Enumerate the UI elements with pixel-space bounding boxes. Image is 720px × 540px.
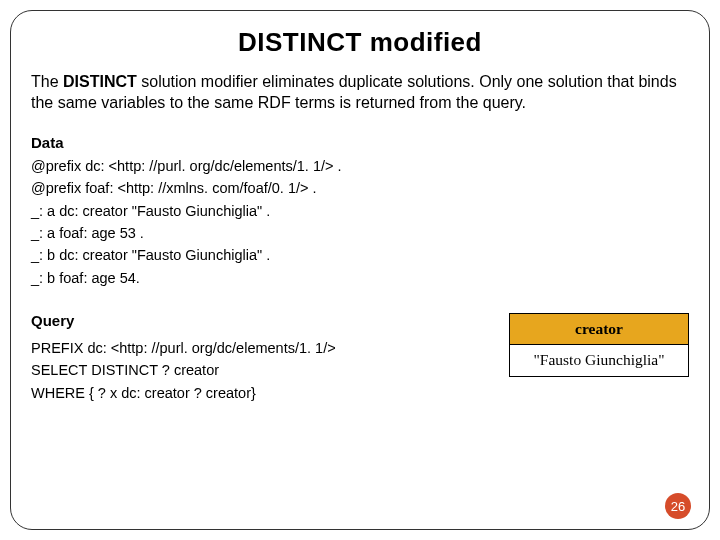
result-cell: "Fausto Giunchiglia" (510, 345, 689, 377)
query-line: WHERE { ? x dc: creator ? creator} (31, 382, 481, 404)
page-number: 26 (671, 499, 685, 514)
slide-title: DISTINCT modified (31, 27, 689, 58)
intro-keyword: DISTINCT (63, 73, 137, 90)
data-line: @prefix foaf: <http: //xmlns. com/foaf/0… (31, 177, 689, 199)
data-line: _: a dc: creator "Fausto Giunchiglia" . (31, 200, 689, 222)
intro-prefix: The (31, 73, 63, 90)
query-line: PREFIX dc: <http: //purl. org/dc/element… (31, 337, 481, 359)
data-line: @prefix dc: <http: //purl. org/dc/elemen… (31, 155, 689, 177)
data-label: Data (31, 134, 689, 151)
result-table: creator "Fausto Giunchiglia" (509, 313, 689, 377)
query-label: Query (31, 309, 481, 332)
data-line: _: b foaf: age 54. (31, 267, 689, 289)
result-header: creator (510, 314, 689, 345)
intro-paragraph: The DISTINCT solution modifier eliminate… (31, 72, 689, 114)
lower-row: Query PREFIX dc: <http: //purl. org/dc/e… (31, 309, 689, 404)
data-line: _: a foaf: age 53 . (31, 222, 689, 244)
query-line: SELECT DISTINCT ? creator (31, 359, 481, 381)
page-number-badge: 26 (665, 493, 691, 519)
data-block: @prefix dc: <http: //purl. org/dc/elemen… (31, 155, 689, 290)
query-block: Query PREFIX dc: <http: //purl. org/dc/e… (31, 309, 481, 404)
data-line: _: b dc: creator "Fausto Giunchiglia" . (31, 244, 689, 266)
slide-frame: DISTINCT modified The DISTINCT solution … (10, 10, 710, 530)
